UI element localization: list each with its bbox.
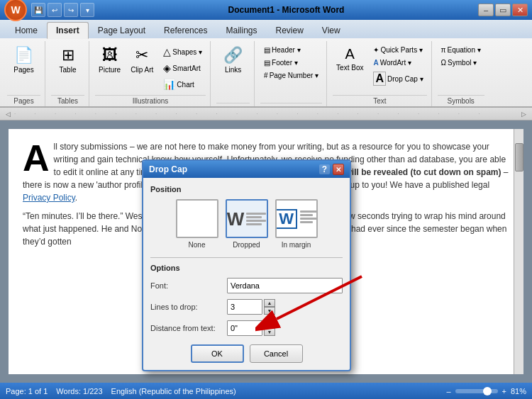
lines-spin-wrapper: ▲ ▼ <box>227 299 275 315</box>
close-btn[interactable]: ✕ <box>512 4 528 16</box>
zoom-slider[interactable] <box>455 389 498 393</box>
ribbon-group-links: 🔗 Links <box>212 41 255 106</box>
tab-home[interactable]: Home <box>6 22 47 38</box>
dropped-letter: W <box>227 210 245 228</box>
status-left: Page: 1 of 1 Words: 1/223 English (Repub… <box>6 387 236 395</box>
distance-spin-up[interactable]: ▲ <box>264 320 275 328</box>
distance-spinner: ▲ ▼ <box>264 320 275 336</box>
position-dropped-box[interactable]: W <box>226 199 268 238</box>
save-button[interactable]: 💾 <box>31 3 45 17</box>
clip-art-button[interactable]: ✂ Clip Art <box>127 44 157 76</box>
office-button[interactable]: W <box>4 0 27 21</box>
position-none-box[interactable] <box>176 199 218 238</box>
distance-field: Distance from text: ▲ ▼ <box>150 320 343 336</box>
options-label: Options <box>150 264 343 272</box>
divider <box>150 257 343 258</box>
ribbon-group-tables: ⊞ Table Tables <box>47 41 89 106</box>
drop-cap-dialog: Drop Cap ? ✕ Position <box>142 159 351 371</box>
window-controls: – ▭ ✕ <box>478 4 528 16</box>
font-label: Font: <box>150 281 221 290</box>
dropdown-btn[interactable]: ▾ <box>80 3 94 17</box>
tab-references[interactable]: References <box>155 22 216 38</box>
drop-cap-button[interactable]: A Drop Cap ▾ <box>370 69 426 88</box>
dialog-help-icon[interactable]: ? <box>319 164 330 174</box>
links-button[interactable]: 🔗 Links <box>219 44 248 76</box>
tab-review[interactable]: Review <box>266 22 312 38</box>
smartart-button[interactable]: ◈ SmartArt <box>160 60 206 76</box>
table-button[interactable]: ⊞ Table <box>54 44 82 76</box>
ribbon-group-illustrations: 🖼 Picture ✂ Clip Art △ Shapes ▾ ◈ SmartA… <box>91 41 211 106</box>
page-number-icon: # <box>264 72 268 79</box>
status-bar: Page: 1 of 1 Words: 1/223 English (Repub… <box>0 383 532 399</box>
footer-button[interactable]: ▤ Footer ▾ <box>260 57 322 69</box>
dialog-close-btn[interactable]: ✕ <box>333 164 344 175</box>
ribbon: 📄 Pages Pages ⊞ Table Tables 🖼 Picture ✂… <box>0 38 532 108</box>
dialog-titlebar: Drop Cap ? ✕ <box>143 161 350 178</box>
text-box-button[interactable]: A Text Box <box>333 44 367 74</box>
redo-button[interactable]: ↪ <box>64 3 78 17</box>
equation-button[interactable]: π Equation ▾ <box>438 44 484 56</box>
tables-group-label: Tables <box>51 95 84 105</box>
tab-view[interactable]: View <box>313 22 350 38</box>
links-group-label <box>216 103 250 105</box>
position-label: Position <box>150 185 343 193</box>
document-area: A ll story submissions – we are not here… <box>0 120 532 383</box>
symbol-icon: Ω <box>441 59 446 67</box>
distance-input[interactable] <box>227 320 262 336</box>
wordart-button[interactable]: A WordArt ▾ <box>370 57 426 69</box>
cancel-button[interactable]: Cancel <box>250 344 303 363</box>
tab-mailings[interactable]: Mailings <box>216 22 266 38</box>
font-input[interactable] <box>227 278 343 293</box>
position-none-label: None <box>189 241 206 249</box>
position-in-margin[interactable]: W In margin <box>275 199 318 249</box>
position-in-margin-box[interactable]: W <box>275 199 318 238</box>
status-right: – + 81% <box>446 387 526 395</box>
quick-parts-icon: ✦ <box>373 46 379 54</box>
ribbon-group-symbols: π Equation ▾ Ω Symbol ▾ Symbols <box>433 41 489 106</box>
lines-spin-up[interactable]: ▲ <box>264 299 275 307</box>
table-icon: ⊞ <box>62 46 74 64</box>
ok-button[interactable]: OK <box>191 344 244 363</box>
picture-button[interactable]: 🖼 Picture <box>95 44 124 76</box>
shapes-icon: △ <box>163 46 171 57</box>
position-dropped[interactable]: W Dropped <box>226 199 268 249</box>
chart-button[interactable]: 📊 Chart <box>160 77 206 92</box>
zoom-plus[interactable]: + <box>502 387 506 395</box>
distance-spin-down[interactable]: ▼ <box>264 328 275 336</box>
ribbon-group-text: A Text Box ✦ Quick Parts ▾ A WordArt ▾ A… <box>328 41 432 106</box>
zoom-minus[interactable]: – <box>446 387 450 395</box>
chart-icon: 📊 <box>163 79 175 90</box>
position-in-margin-label: In margin <box>282 241 311 249</box>
equation-icon: π <box>441 46 446 54</box>
shapes-button[interactable]: △ Shapes ▾ <box>160 44 206 60</box>
position-none[interactable]: None <box>176 199 218 249</box>
tab-page-layout[interactable]: Page Layout <box>89 22 155 38</box>
pages-button[interactable]: 📄 Pages <box>10 44 38 76</box>
lines-spin-down[interactable]: ▼ <box>264 307 275 315</box>
language: English (Republic of the Philippines) <box>111 387 236 395</box>
illustrations-group-label: Illustrations <box>95 95 206 105</box>
footer-icon: ▤ <box>264 59 270 67</box>
tab-insert[interactable]: Insert <box>47 22 89 39</box>
lines-input[interactable] <box>227 299 262 315</box>
pages-icon: 📄 <box>14 46 33 64</box>
page-number-button[interactable]: # Page Number ▾ <box>260 69 322 82</box>
minimize-btn[interactable]: – <box>478 4 494 16</box>
text-group-label: Text <box>333 95 427 105</box>
dialog-buttons: OK Cancel <box>150 344 343 363</box>
quick-parts-button[interactable]: ✦ Quick Parts ▾ <box>370 44 426 56</box>
undo-button[interactable]: ↩ <box>48 3 62 17</box>
options-fields: Font: Lines to drop: ▲ ▼ <box>150 278 343 336</box>
restore-btn[interactable]: ▭ <box>495 4 511 16</box>
symbol-button[interactable]: Ω Symbol ▾ <box>438 57 484 69</box>
clip-art-icon: ✂ <box>135 46 148 64</box>
distance-spin-wrapper: ▲ ▼ <box>227 320 275 336</box>
word-count: Words: 1/223 <box>56 387 102 395</box>
ribbon-tabs: Home Insert Page Layout References Maili… <box>0 20 532 38</box>
text-box-icon: A <box>345 46 355 62</box>
header-icon: ▤ <box>264 46 270 54</box>
ruler: ◁ · · · · · · · · · · · · · · · · · · · … <box>0 108 532 120</box>
header-button[interactable]: ▤ Header ▾ <box>260 44 322 56</box>
zoom-percent[interactable]: 81% <box>511 387 526 395</box>
distance-label: Distance from text: <box>150 324 221 332</box>
